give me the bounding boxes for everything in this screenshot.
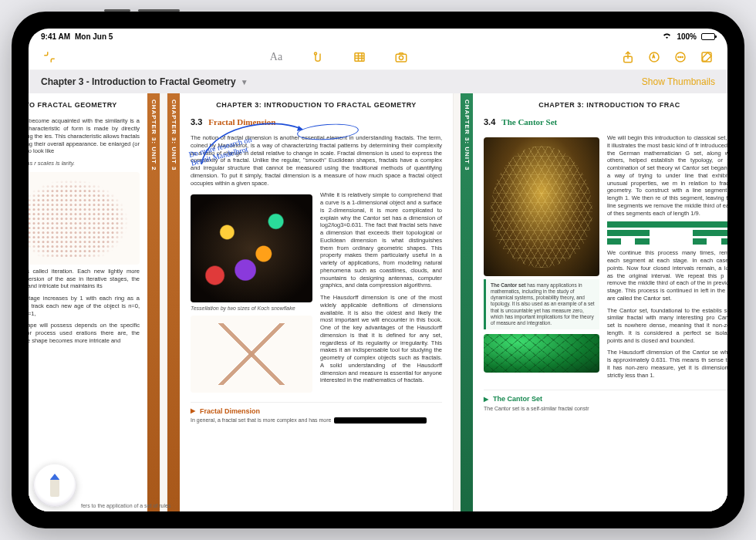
- table-icon[interactable]: [349, 47, 370, 67]
- toolbar-center-group: Aa: [266, 47, 411, 67]
- section-number: 3.3: [191, 117, 202, 128]
- status-left: 9:41 AM Mon Jun 5: [41, 32, 113, 41]
- section-link-sub-text: In general, a fractal set that is more c…: [191, 417, 331, 424]
- svg-point-3: [399, 56, 403, 59]
- section-heading-row: 3.4 The Cantor Set: [484, 117, 727, 128]
- section-title: Fractal Dimension: [208, 117, 275, 128]
- header-chapter: CHAPTER 3:: [216, 101, 262, 109]
- page-running-header: CHAPTER 3: INTRODUCTION TO FRACTAL GEOME…: [191, 101, 442, 110]
- page-edge-tab: CHAPTER 3: UNIT 2: [147, 93, 160, 511]
- figure-cantor-set-diagram: [607, 221, 727, 245]
- page-edge-tab: CHAPTER 3: UNIT 3: [167, 93, 180, 511]
- status-time: 9:41 AM: [41, 32, 70, 41]
- redaction-stroke: [334, 417, 427, 424]
- triangle-right-icon: ▶: [191, 407, 195, 415]
- section-link-sub: In general, a fractal set that is more c…: [191, 417, 442, 424]
- two-column-row: The Cantor set has many applications in …: [484, 134, 727, 383]
- screen: 9:41 AM Mon Jun 5 100% Aa: [29, 29, 727, 511]
- document-page: CHAPTER 3: UNIT 3 CHAPTER 3: INTRODUCTIO…: [461, 93, 727, 511]
- header-chapter: CHAPTER 3:: [538, 101, 584, 109]
- body-text: a process called iteration. Each new lig…: [29, 268, 140, 290]
- highlighter-icon[interactable]: [308, 47, 328, 67]
- section-link-sub: The Cantor set is a self-similar fractal…: [484, 406, 727, 413]
- svg-point-7: [678, 56, 679, 57]
- pencil-tip-icon: [50, 474, 59, 497]
- svg-rect-1: [355, 52, 364, 61]
- body-text: The Cantor set, foundational to the esta…: [607, 307, 727, 345]
- svg-point-0: [315, 52, 317, 55]
- more-icon[interactable]: [670, 47, 690, 67]
- body-text: We continue this process many times, rem…: [607, 249, 727, 302]
- document-subheader: Chapter 3 - Introduction to Fractal Geom…: [29, 70, 727, 93]
- share-icon[interactable]: [618, 47, 638, 67]
- body-text: must first become acquainted with the si…: [29, 117, 140, 155]
- column-right: We will begin this introduction to class…: [607, 134, 727, 383]
- figure-leaf-skeleton: [484, 137, 599, 276]
- section-link[interactable]: ▶ The Cantor Set: [484, 390, 727, 403]
- svg-point-9: [682, 56, 683, 57]
- header-title: INTRODUCTION TO FRAC: [586, 101, 680, 109]
- ipad-hardware-buttons: [104, 9, 197, 12]
- section-link-label: The Cantor Set: [493, 395, 542, 403]
- app-toolbar: Aa: [29, 44, 727, 70]
- section-link[interactable]: ▶ Fractal Dimension: [191, 402, 442, 416]
- two-column-row: Tessellation by two sizes of Koch snowfl…: [191, 191, 442, 395]
- page-body: CHAPTER 3: INTRODUCTION TO FRAC 3.4 The …: [473, 93, 727, 511]
- battery-percent: 100%: [677, 32, 697, 41]
- figure-green-leaf: [484, 334, 599, 373]
- collapse-fullscreen-icon[interactable]: [39, 47, 59, 67]
- footer-caption-text: fers to the application of a set of rule…: [33, 503, 187, 508]
- page-body: CHAPTER 3: INTRODUCTION TO FRACTAL GEOME…: [180, 93, 453, 511]
- figure-fractal-tree: [29, 172, 140, 265]
- document-page: TO FRACTAL GEOMETRY must first become ac…: [29, 93, 160, 511]
- body-text: While it is relatively simple to compreh…: [320, 191, 442, 289]
- section-number: 3.4: [484, 117, 495, 128]
- sidebar-note: The Cantor set has many applications in …: [484, 279, 599, 329]
- body-text: We will begin this introduction to class…: [607, 134, 727, 217]
- pages-scroll-area[interactable]: TO FRACTAL GEOMETRY must first become ac…: [29, 93, 727, 511]
- document-page: CHAPTER 3: UNIT 3 CHAPTER 3: INTRODUCTIO…: [167, 93, 453, 511]
- ipad-hardware-frame: 9:41 AM Mon Jun 5 100% Aa: [12, 12, 744, 528]
- status-bar: 9:41 AM Mon Jun 5 100%: [29, 29, 727, 44]
- status-right: 100%: [662, 32, 715, 41]
- figure-fractal-art: [191, 194, 312, 302]
- column-right: While it is relatively simple to compreh…: [320, 191, 442, 395]
- apple-pencil-hover-tool[interactable]: [33, 464, 76, 507]
- markup-icon[interactable]: [644, 47, 664, 67]
- battery-icon: [701, 33, 715, 40]
- body-text: The notion of fractal dimension is anoth…: [191, 134, 442, 187]
- callout-text: ilar patterns r scales is larity.: [29, 160, 140, 167]
- page-running-header: TO FRACTAL GEOMETRY: [29, 101, 140, 110]
- body-text: The Hausdorff dimension is one of the mo…: [320, 294, 442, 384]
- status-date: Mon Jun 5: [75, 32, 113, 41]
- svg-point-8: [680, 56, 680, 57]
- section-heading-row: 3.3 Fractal Dimension: [191, 117, 442, 128]
- body-text: The Hausdorff dimension of the Cantor se…: [607, 349, 727, 379]
- figure-caption: Tessellation by two sizes of Koch snowfl…: [191, 305, 312, 312]
- compose-icon[interactable]: [697, 47, 717, 67]
- triangle-right-icon: ▶: [484, 396, 488, 403]
- column-left: Tessellation by two sizes of Koch snowfl…: [191, 191, 312, 395]
- wifi-icon: [662, 32, 672, 41]
- page-edge-tab: CHAPTER 3: UNIT 3: [461, 93, 473, 511]
- camera-icon[interactable]: [391, 47, 411, 67]
- body-text: and the stage increases by 1 with each r…: [29, 295, 140, 317]
- page-running-header: CHAPTER 3: INTRODUCTION TO FRAC: [484, 101, 727, 110]
- text-style-button[interactable]: Aa: [266, 47, 286, 67]
- column-left: The Cantor set has many applications in …: [484, 134, 599, 383]
- body-text: fractal shape will possess depends on th…: [29, 322, 140, 344]
- chevron-down-icon[interactable]: ▼: [241, 78, 248, 86]
- sidebar-note-title: The Cantor set: [491, 282, 526, 288]
- figure-koch-snowflake: [191, 316, 312, 393]
- header-title: INTRODUCTION TO FRACTAL GEOMETRY: [264, 101, 417, 109]
- section-link-label: Fractal Dimension: [200, 407, 260, 416]
- chapter-title[interactable]: Chapter 3 - Introduction to Fractal Geom…: [41, 76, 236, 87]
- show-thumbnails-button[interactable]: Show Thumbnails: [642, 76, 715, 87]
- section-title: The Cantor Set: [501, 117, 557, 128]
- sidebar-note-body: has many applications in mathematics, in…: [491, 282, 595, 326]
- page-body: TO FRACTAL GEOMETRY must first become ac…: [29, 93, 147, 511]
